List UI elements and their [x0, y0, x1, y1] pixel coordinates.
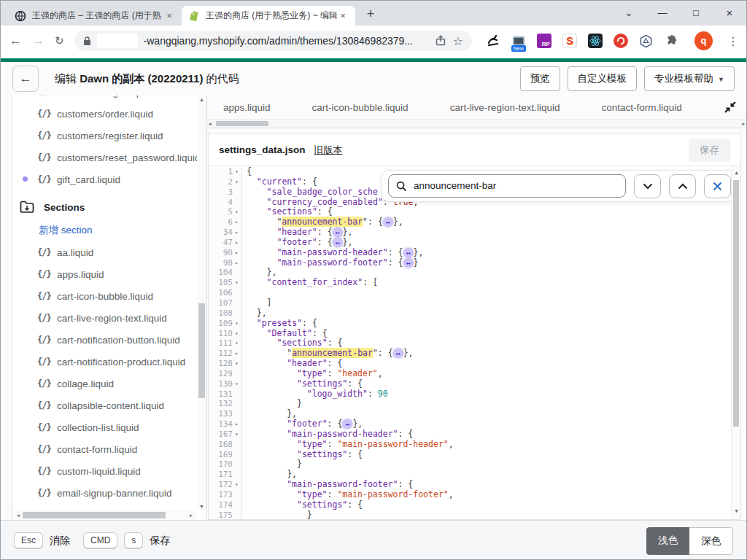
collapsed-code-pill[interactable]: ↔ — [333, 238, 342, 246]
fold-open-icon[interactable]: ▾ — [233, 329, 241, 339]
code-line-107[interactable]: 107] — [209, 298, 731, 308]
scroll-up-icon[interactable]: ▲ — [732, 168, 740, 179]
code-line-172[interactable]: 172▾"main-password-footer": { — [209, 480, 731, 490]
rp-extension-icon[interactable]: RP — [536, 33, 552, 49]
scroll-down-icon[interactable]: ▼ — [732, 507, 740, 517]
collapsed-code-pill[interactable]: ↔ — [404, 249, 413, 257]
editor-tab-cart-icon-bubble-liquid[interactable]: cart-icon-bubble.liquid — [312, 102, 409, 113]
new-badge-extension-icon[interactable]: New — [511, 33, 527, 49]
save-button-disabled[interactable]: 保存 — [689, 139, 730, 162]
sidebar-item-aa-liquid[interactable]: {/}aa.liquid — [12, 241, 197, 263]
code-line-112[interactable]: 112▸"announcement-bar": {↔}, — [209, 349, 731, 359]
fold-closed-icon[interactable]: ▸ — [233, 258, 241, 268]
code-line-34[interactable]: 34▸"header": {↔}, — [209, 228, 731, 238]
minimize-icon[interactable]: — — [646, 1, 679, 26]
scroll-up-icon[interactable]: ▲ — [197, 97, 206, 102]
share-icon[interactable] — [435, 35, 446, 47]
sidebar-horizontal-scrollbar[interactable]: ◂ ▸ — [12, 510, 197, 520]
sidebar-item-customers-register-liquid[interactable]: {/}customers/register.liquid — [12, 125, 197, 147]
fold-closed-icon[interactable]: ▸ — [233, 349, 241, 359]
tabs-horizontal-scrollbar[interactable]: ◂ ▸ — [207, 119, 746, 128]
scrollbar-thumb[interactable] — [733, 180, 739, 427]
fold-closed-icon[interactable]: ▸ — [233, 248, 241, 258]
template-help-button[interactable]: 专业模板帮助▼ — [644, 66, 735, 91]
editor-tab-cart-live-region-text-liquid[interactable]: cart-live-region-text.liquid — [450, 102, 560, 113]
find-previous-button[interactable] — [669, 174, 696, 198]
code-line-6[interactable]: 6▸"announcement-bar": {↔}, — [209, 217, 731, 228]
browser-tab-2[interactable]: 王强的商店 (用于熟悉业务) ~ 编辑 × — [182, 6, 355, 26]
profile-avatar[interactable]: q — [694, 31, 713, 50]
code-line-169[interactable]: 169"settings": { — [209, 450, 731, 460]
editor-tab-contact-form-liquid[interactable]: contact-form.liquid — [601, 102, 681, 113]
editor-vertical-scrollbar[interactable]: ▲ ▼ — [731, 166, 740, 519]
sidebar-item-customers-login-liquid[interactable]: {/}customers/login.liquid — [12, 96, 197, 103]
fold-open-icon[interactable]: ▾ — [233, 429, 241, 440]
code-line-108[interactable]: 108}, — [209, 308, 731, 319]
fold-open-icon[interactable]: ▾ — [233, 177, 241, 187]
sidebar-item-cart-notification-product-liquid[interactable]: {/}cart-notification-product.liquid — [12, 351, 197, 373]
code-line-90[interactable]: 90▸"main-password-header": {↔}, — [209, 248, 731, 258]
back-button[interactable]: ← — [12, 66, 39, 92]
code-line-175[interactable]: 175} — [209, 510, 731, 519]
code-line-168[interactable]: 168"type": "main-password-header", — [209, 440, 731, 450]
code-line-132[interactable]: 132} — [209, 399, 731, 409]
fold-open-icon[interactable]: ▾ — [233, 167, 241, 177]
sidebar-item-cart-notification-button-liquid[interactable]: {/}cart-notification-button.liquid — [12, 329, 197, 351]
sidebar-item-customers-reset-password-liquid[interactable]: {/}customers/reset_password.liquid — [12, 147, 197, 168]
code-line-106[interactable]: 106 — [209, 288, 731, 298]
fold-open-icon[interactable]: ▾ — [233, 359, 241, 369]
browser-menu-icon[interactable]: ⋮ — [727, 34, 739, 48]
sidebar-item-contact-form-liquid[interactable]: {/}contact-form.liquid — [12, 438, 197, 460]
find-next-button[interactable] — [634, 174, 661, 198]
close-icon[interactable]: × — [713, 1, 746, 26]
fold-closed-icon[interactable]: ▸ — [233, 217, 241, 228]
sidebar-item-apps-liquid[interactable]: {/}apps.liquid — [12, 263, 197, 285]
red-circle-extension-icon[interactable] — [613, 33, 629, 49]
light-theme-button[interactable]: 浅色 — [646, 527, 689, 555]
code-line-105[interactable]: 105▾"content_for_index": [ — [209, 278, 731, 288]
dark-theme-button[interactable]: 深色 — [689, 527, 733, 555]
sidebar-item-cart-icon-bubble-liquid[interactable]: {/}cart-icon-bubble.liquid — [12, 285, 197, 307]
code-line-130[interactable]: 130▾"settings": { — [209, 379, 731, 389]
code-line-174[interactable]: 174"settings": { — [209, 500, 731, 510]
search-input[interactable]: announcement-bar — [388, 174, 626, 198]
code-line-110[interactable]: 110▾"Default": { — [209, 329, 731, 339]
sidebar-vertical-scrollbar[interactable]: ▲ ▼ — [197, 96, 206, 510]
code-line-170[interactable]: 170} — [209, 459, 731, 470]
editor-tab-apps-liquid[interactable]: apps.liquid — [223, 102, 271, 113]
code-line-129[interactable]: 129"type": "header", — [209, 369, 731, 379]
customize-template-button[interactable]: 自定义模板 — [568, 66, 638, 91]
fold-open-icon[interactable]: ▾ — [233, 278, 241, 288]
sidebar-section-header[interactable]: Sections — [12, 195, 197, 219]
s-extension-icon[interactable]: S — [562, 33, 578, 49]
scrollbar-thumb[interactable] — [216, 121, 268, 126]
tab-close-icon[interactable]: × — [163, 10, 175, 22]
collapsed-code-pill[interactable]: ↔ — [343, 420, 352, 428]
scroll-right-icon[interactable]: ▸ — [187, 510, 196, 520]
translate-extension-icon[interactable] — [485, 33, 501, 49]
preview-button[interactable]: 预览 — [520, 66, 560, 91]
sidebar-item-email-signup-banner-liquid[interactable]: {/}email-signup-banner.liquid — [12, 482, 197, 504]
code-line-128[interactable]: 128▾"header": { — [209, 359, 731, 369]
code-line-173[interactable]: 173"type": "main-password-footer", — [209, 490, 731, 500]
address-bar[interactable]: -wangqiang.myshopify.com/admin/themes/13… — [74, 31, 472, 51]
fold-open-icon[interactable]: ▾ — [233, 319, 241, 329]
code-line-47[interactable]: 47▸"footer": {↔}, — [209, 238, 731, 248]
maximize-icon[interactable]: □ — [679, 1, 713, 26]
code-line-134[interactable]: 134▸"footer": {↔}, — [209, 419, 731, 429]
new-tab-button[interactable]: + — [361, 5, 380, 24]
sidebar-item-collapsible-content-liquid[interactable]: {/}collapsible-content.liquid — [12, 394, 197, 416]
scroll-down-icon[interactable]: ▼ — [197, 504, 206, 509]
collapsed-code-pill[interactable]: ↔ — [394, 349, 403, 357]
react-devtools-extension-icon[interactable] — [587, 33, 603, 49]
sidebar-item-gift-card-liquid[interactable]: {/}gift_card.liquid — [12, 168, 197, 190]
tab-close-icon[interactable]: × — [337, 10, 349, 22]
puzzle-extensions-icon[interactable] — [664, 33, 680, 49]
scrollbar-thumb[interactable] — [23, 512, 166, 518]
fold-closed-icon[interactable]: ▸ — [233, 419, 241, 429]
fold-open-icon[interactable]: ▾ — [233, 480, 241, 490]
sidebar-item-cart-live-region-text-liquid[interactable]: {/}cart-live-region-text.liquid — [12, 307, 197, 329]
scroll-left-icon[interactable]: ◂ — [14, 510, 23, 520]
scroll-left-icon[interactable]: ◂ — [209, 120, 212, 128]
fold-open-icon[interactable]: ▾ — [233, 379, 241, 389]
